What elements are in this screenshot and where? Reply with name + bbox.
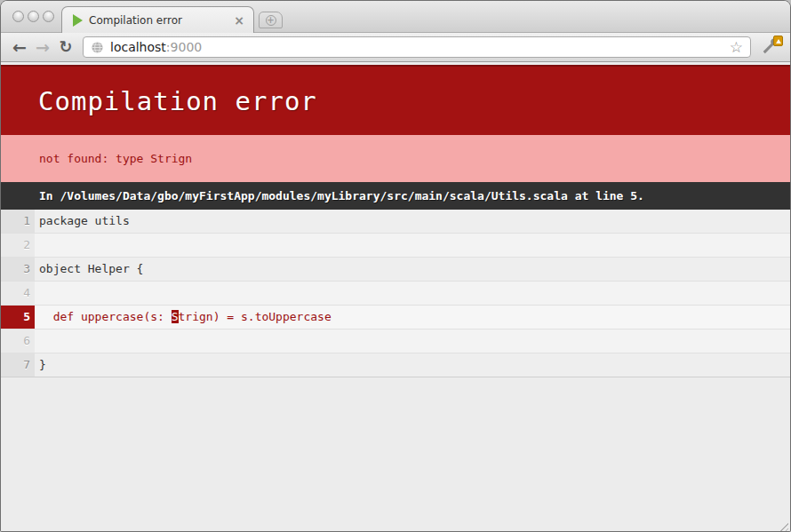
browser-tab[interactable]: Compilation error × [61,6,254,33]
line-text: package utils [35,210,790,233]
page-title: Compilation error [38,86,790,116]
code-line: 7 } [1,353,790,377]
line-number: 1 [1,210,35,233]
code-line-error: 5 def uppercase(s: Strign) = s.toUpperca… [1,306,790,330]
error-message: not found: type Strign [1,135,790,182]
window-controls [12,11,54,22]
back-icon[interactable]: ← [8,39,31,56]
line-text: } [35,353,790,377]
wrench-menu-button[interactable] [758,36,783,58]
source-code-listing: 1 package utils 2 3 object Helper { 4 5 … [1,210,790,377]
globe-icon [91,41,104,54]
window-minimize-button[interactable] [28,11,39,22]
tab-title: Compilation error [89,14,232,27]
line-number: 3 [1,258,35,281]
line-number: 2 [1,234,35,257]
plus-icon: + [266,15,276,26]
line-text [35,330,790,353]
code-post: trign) = s.toUppercase [179,310,332,323]
line-text-error: def uppercase(s: Strign) = s.toUppercase [35,306,790,329]
code-pre: def uppercase(s: [39,310,172,323]
window-close-button[interactable] [12,11,24,22]
code-line: 1 package utils [1,210,790,234]
code-line: 2 [1,234,790,258]
url-port: :9000 [166,40,202,54]
bookmark-star-icon[interactable]: ☆ [730,40,743,55]
line-number: 7 [1,353,35,377]
play-favicon-icon [73,14,83,27]
line-number: 4 [1,282,35,305]
code-line: 6 [1,330,790,353]
error-marker: S [172,310,179,323]
new-tab-button[interactable]: + [259,12,283,28]
error-header: Compilation error [1,65,790,135]
error-location: In /Volumes/Data/gbo/myFirstApp/modules/… [1,182,790,210]
forward-icon[interactable]: → [31,39,54,56]
window-zoom-button[interactable] [43,11,54,22]
browser-window: Compilation error × + ← → ↻ localhost :9… [0,0,791,532]
address-bar[interactable]: localhost :9000 ☆ [83,36,751,58]
line-number: 6 [1,330,35,353]
line-text [35,234,790,257]
update-badge-icon [773,36,783,46]
page-content: Compilation error not found: type Strign… [1,65,790,532]
navigation-toolbar: ← → ↻ localhost :9000 ☆ [1,33,790,62]
code-line: 4 [1,282,790,306]
reload-icon[interactable]: ↻ [54,39,77,55]
line-number-error: 5 [1,306,35,329]
url-host: localhost [110,40,166,54]
line-text [35,282,790,305]
close-tab-icon[interactable]: × [232,13,246,28]
code-line: 3 object Helper { [1,258,790,282]
line-text: object Helper { [35,258,790,281]
titlebar: Compilation error × + [1,1,790,33]
resize-grip-icon[interactable] [775,520,788,532]
